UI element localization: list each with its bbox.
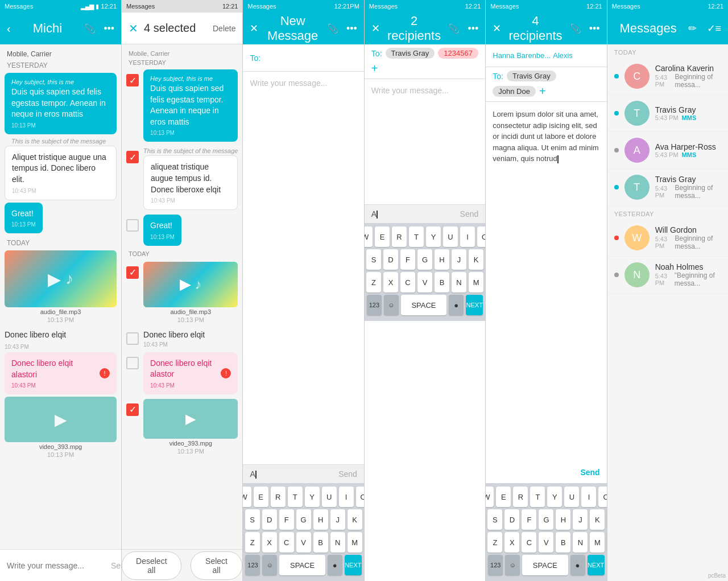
checkbox-6[interactable] [126, 357, 139, 369]
paperclip-icon-2recip[interactable]: 📎 [448, 23, 460, 34]
list-item[interactable]: T Travis Gray 5:43 PM Beginning of messa… [607, 169, 728, 206]
key-2r-N[interactable]: N [452, 272, 466, 292]
recip-chip-johndoe[interactable]: John Doe [493, 86, 536, 97]
key-2r-R[interactable]: R [392, 226, 407, 247]
key-4r-W[interactable]: W [485, 487, 494, 507]
key-S[interactable]: S [245, 509, 260, 530]
key-4r-K[interactable]: K [590, 509, 605, 530]
checkbox-5[interactable] [126, 332, 139, 345]
key-4r-G[interactable]: G [539, 509, 553, 530]
list-item[interactable]: Donec libero elqit alastori 10:43 PM ! [5, 352, 117, 394]
key-emoji[interactable]: ☺ [262, 555, 277, 575]
deselect-all-button[interactable]: Deselect all [122, 551, 181, 580]
more-icon-4recip[interactable]: ••• [589, 23, 600, 35]
recip-alexis[interactable]: Alexis [553, 51, 573, 60]
key-N[interactable]: N [330, 532, 345, 553]
send-label-new[interactable]: Send [338, 469, 357, 479]
key-4r-M[interactable]: M [590, 532, 605, 553]
paperclip-icon-new[interactable]: 📎 [327, 23, 338, 34]
key-4r-H[interactable]: H [556, 509, 570, 530]
key-4r-X[interactable]: X [504, 532, 519, 553]
key-4r-I[interactable]: I [581, 487, 596, 507]
list-item[interactable]: This is the subject of the message Aliqu… [5, 137, 117, 200]
close-icon-2recip[interactable]: ✕ [371, 22, 380, 35]
key-2r-X[interactable]: X [383, 272, 398, 292]
key-2r-123[interactable]: 123 [367, 295, 382, 315]
recip-chip-travis4[interactable]: Travis Gray [507, 71, 556, 81]
list-item[interactable]: C Carolina Kaverin 5:43 PM Beginning of … [607, 58, 728, 95]
key-O[interactable]: O [356, 487, 364, 507]
key-4r-F[interactable]: F [522, 509, 536, 530]
key-J[interactable]: J [330, 509, 345, 530]
paperclip-icon-4recip[interactable]: 📎 [570, 23, 581, 34]
more-icon-2recip[interactable]: ••• [468, 23, 478, 35]
to-input-new[interactable] [265, 53, 364, 63]
key-2r-C[interactable]: C [400, 272, 415, 292]
key-4r-D[interactable]: D [504, 509, 519, 530]
key-2r-M[interactable]: M [469, 272, 483, 292]
key-2r-T[interactable]: T [409, 226, 424, 247]
key-2r-J[interactable]: J [452, 249, 466, 270]
key-T[interactable]: T [288, 487, 303, 507]
list-item[interactable]: ✓ This is the subject of the message ali… [122, 144, 242, 212]
key-U[interactable]: U [322, 487, 337, 507]
list-item[interactable]: Donec libero elqit alastor 10:43 PM ! [122, 350, 242, 397]
message-compose-area-2recip[interactable]: Write your message... [365, 79, 485, 204]
key-2r-K[interactable]: K [469, 249, 483, 270]
key-4r-B[interactable]: B [556, 532, 570, 553]
key-D[interactable]: D [262, 509, 277, 530]
key-4r-next[interactable]: NEXT [588, 555, 605, 575]
checkbox-7[interactable]: ✓ [126, 403, 139, 416]
list-item[interactable]: Donec libero elqit 10:43 PM [5, 325, 117, 350]
key-2r-W[interactable]: W [364, 226, 373, 247]
key-4r-S[interactable]: S [487, 509, 502, 530]
key-M[interactable]: M [348, 532, 362, 553]
key-2r-emoji[interactable]: ☺ [384, 295, 399, 315]
list-item[interactable]: ✓ Hey subject, this is me Duis quis sapi… [122, 67, 242, 144]
send-btn-4recip[interactable]: Send [580, 467, 599, 479]
checkbox-4[interactable]: ✓ [126, 266, 139, 279]
key-123[interactable]: 123 [245, 555, 260, 575]
recipient-chip-number[interactable]: 1234567 [438, 48, 478, 59]
key-4r-R[interactable]: R [513, 487, 528, 507]
key-4r-space[interactable]: SPACE [522, 555, 568, 575]
key-2r-Z[interactable]: Z [366, 272, 381, 292]
compose-area-4recip[interactable]: Lorem ipsum dolor sit una amet, consecte… [486, 102, 606, 483]
key-space[interactable]: SPACE [279, 555, 325, 575]
key-4r-dot[interactable]: ● [570, 555, 585, 575]
key-2r-E[interactable]: E [375, 226, 390, 247]
key-G[interactable]: G [296, 509, 311, 530]
key-next[interactable]: NEXT [345, 555, 362, 575]
list-item[interactable]: ✓ ▶ ♪ audio_file.mp3 10:13 PM [122, 259, 242, 325]
close-icon-4recip[interactable]: ✕ [493, 22, 501, 35]
delete-button[interactable]: Delete [213, 24, 235, 33]
paperclip-icon[interactable]: 📎 [84, 23, 96, 34]
recipient-chip-travis[interactable]: Travis Gray [386, 48, 435, 59]
list-item[interactable]: A Ava Harper-Ross 5:43 PM MMS [607, 132, 728, 169]
key-4r-C[interactable]: C [522, 532, 536, 553]
list-item[interactable]: ▶ video_393.mpg 10:13 PM [5, 397, 117, 458]
back-icon[interactable]: ‹ [7, 22, 11, 35]
key-2r-dot[interactable]: ● [449, 295, 464, 315]
key-2r-I[interactable]: I [460, 226, 475, 247]
key-2r-space[interactable]: SPACE [401, 295, 446, 315]
list-item[interactable]: Great! 10:13 PM [5, 203, 117, 234]
key-2r-F[interactable]: F [400, 249, 415, 270]
compose-icon-msgs[interactable]: ✏ [688, 22, 697, 35]
key-2r-Y[interactable]: Y [426, 226, 441, 247]
list-item[interactable]: ▶ ♪ audio_file.mp3 10:13 PM [5, 250, 117, 323]
checkbox-2[interactable]: ✓ [126, 151, 139, 163]
key-4r-Y[interactable]: Y [547, 487, 562, 507]
add-recipient-2recip[interactable]: + [371, 62, 378, 75]
key-E[interactable]: E [254, 487, 268, 507]
select-all-button[interactable]: Select all [191, 551, 243, 580]
send-label-michi[interactable]: Send [111, 561, 121, 570]
key-dot[interactable]: ● [328, 555, 342, 575]
key-Y[interactable]: Y [305, 487, 320, 507]
write-input-michi[interactable] [7, 561, 106, 570]
checkbox-3[interactable] [126, 219, 139, 232]
key-4r-U[interactable]: U [564, 487, 579, 507]
close-icon-new[interactable]: ✕ [250, 22, 258, 35]
key-V[interactable]: V [296, 532, 311, 553]
more-icon[interactable]: ••• [104, 23, 114, 35]
